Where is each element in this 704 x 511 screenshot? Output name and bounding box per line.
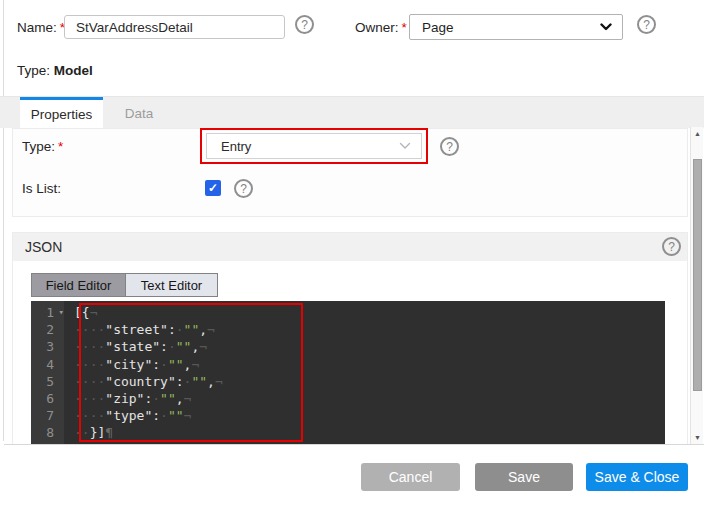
save-and-close-button[interactable]: Save & Close [586, 463, 688, 491]
code-area: 1▾[{¬2····"street":·"",¬3····"state":·""… [31, 304, 665, 442]
code-line: 3····"state":·"",¬ [31, 338, 665, 355]
help-glyph: ? [301, 19, 308, 31]
help-glyph: ? [668, 241, 675, 253]
variable-type-label: Type: [17, 63, 50, 78]
whitespace-marker: ¬ [207, 322, 215, 337]
owner-label: Owner:* [355, 20, 407, 35]
code-line-content: [{¬ [64, 304, 97, 321]
code-string-value: "" [184, 322, 200, 337]
entry-type-required-marker: * [58, 139, 63, 154]
name-input[interactable] [64, 15, 285, 39]
variable-editor-dialog: Name:* ? Owner:* Page ? Type: Model Prop… [0, 0, 704, 511]
chevron-down-icon [600, 23, 612, 31]
whitespace-marker: ¬ [184, 391, 192, 406]
vertical-scrollbar[interactable]: ▲ ▼ [690, 127, 703, 444]
help-glyph: ? [643, 19, 650, 31]
whitespace-marker: ¬ [184, 408, 192, 423]
code-token: , [207, 374, 215, 389]
owner-select-value: Page [422, 20, 600, 35]
json-section-header: JSON ? [13, 233, 687, 261]
entry-type-label-text: Type: [22, 139, 55, 154]
code-line-content: ····"zip":·"",¬ [64, 390, 191, 407]
code-line: 4····"city":·"",¬ [31, 356, 665, 373]
code-token: "zip": [105, 391, 152, 406]
code-token: "city": [105, 357, 160, 372]
variable-type-text: Type: Model [17, 63, 93, 78]
whitespace-marker: ¬ [191, 357, 199, 372]
whitespace-marker: ¬ [199, 339, 207, 354]
owner-label-text: Owner: [355, 20, 399, 35]
json-code-editor[interactable]: 1▾[{¬2····"street":·"",¬3····"state":·""… [31, 301, 665, 444]
tab-data[interactable]: Data [103, 97, 175, 129]
code-line-content: ····"type":·""¬ [64, 407, 191, 424]
code-line-content: ····"city":·"",¬ [64, 356, 199, 373]
line-number: 3 [31, 338, 64, 355]
json-section-title: JSON [25, 239, 62, 255]
entry-type-help-icon[interactable]: ? [440, 137, 459, 156]
code-string-value: "" [168, 357, 184, 372]
fold-arrow-icon[interactable]: ▾ [59, 304, 64, 321]
name-label: Name:* [17, 20, 65, 35]
line-number: 5 [31, 373, 64, 390]
whitespace-marker: · [168, 339, 176, 354]
code-line: 2····"street":·"",¬ [31, 321, 665, 338]
whitespace-marker: ·· [74, 425, 90, 440]
name-label-text: Name: [17, 20, 57, 35]
whitespace-marker: · [152, 391, 160, 406]
tab-properties-label: Properties [31, 107, 93, 122]
content-footer-divider [4, 444, 704, 445]
cancel-button[interactable]: Cancel [361, 463, 460, 491]
entry-select-highlight-box [200, 128, 428, 164]
is-list-checkbox[interactable]: ✓ [205, 180, 221, 196]
text-editor-button[interactable]: Text Editor [125, 274, 217, 296]
code-token: , [176, 391, 184, 406]
json-section: JSON ? Field Editor Text Editor 1▾[{¬2··… [12, 232, 688, 444]
whitespace-marker: ¬ [90, 305, 98, 320]
whitespace-marker: ···· [74, 408, 105, 423]
code-line: 8··}]¶ [31, 424, 665, 441]
line-number: 6 [31, 390, 64, 407]
whitespace-marker: ···· [74, 374, 105, 389]
code-token: }] [90, 425, 106, 440]
scroll-down-icon[interactable]: ▼ [691, 434, 704, 441]
line-number: 1▾ [31, 304, 64, 321]
owner-help-icon[interactable]: ? [637, 15, 656, 34]
code-line-content: ····"country":·"",¬ [64, 373, 223, 390]
help-glyph: ? [240, 183, 247, 195]
tab-data-label: Data [125, 106, 154, 121]
whitespace-marker: ···· [74, 391, 105, 406]
owner-select[interactable]: Page [409, 14, 623, 40]
field-editor-label: Field Editor [46, 278, 112, 293]
code-token: "type": [105, 408, 160, 423]
line-number: 2 [31, 321, 64, 338]
code-line: 6····"zip":·"",¬ [31, 390, 665, 407]
whitespace-marker: · [160, 357, 168, 372]
code-token: "street": [105, 322, 175, 337]
code-line: 5····"country":·"",¬ [31, 373, 665, 390]
json-help-icon[interactable]: ? [662, 237, 681, 256]
line-number: 8 [31, 424, 64, 441]
scrollbar-thumb[interactable] [693, 159, 702, 391]
code-line-content: ··}]¶ [64, 424, 113, 441]
code-token: "country": [105, 374, 183, 389]
name-help-icon[interactable]: ? [295, 15, 314, 34]
is-list-help-icon[interactable]: ? [234, 179, 253, 198]
save-button[interactable]: Save [475, 463, 573, 491]
owner-required-marker: * [402, 20, 407, 35]
editor-mode-toggle: Field Editor Text Editor [31, 273, 218, 297]
tab-bar: Properties Data [0, 96, 704, 128]
is-list-label: Is List: [22, 181, 61, 196]
code-token: "state": [105, 339, 168, 354]
tab-properties[interactable]: Properties [20, 97, 103, 129]
code-string-value: "" [176, 339, 192, 354]
code-line: 7····"type":·""¬ [31, 407, 665, 424]
whitespace-marker: ···· [74, 339, 105, 354]
scroll-up-icon[interactable]: ▲ [691, 130, 704, 137]
line-number: 4 [31, 356, 64, 373]
code-string-value: "" [160, 391, 176, 406]
whitespace-marker: ···· [74, 322, 105, 337]
field-editor-button[interactable]: Field Editor [32, 274, 125, 296]
dialog-left-border [3, 0, 4, 441]
line-number: 7 [31, 407, 64, 424]
code-token: ¶ [105, 425, 113, 440]
